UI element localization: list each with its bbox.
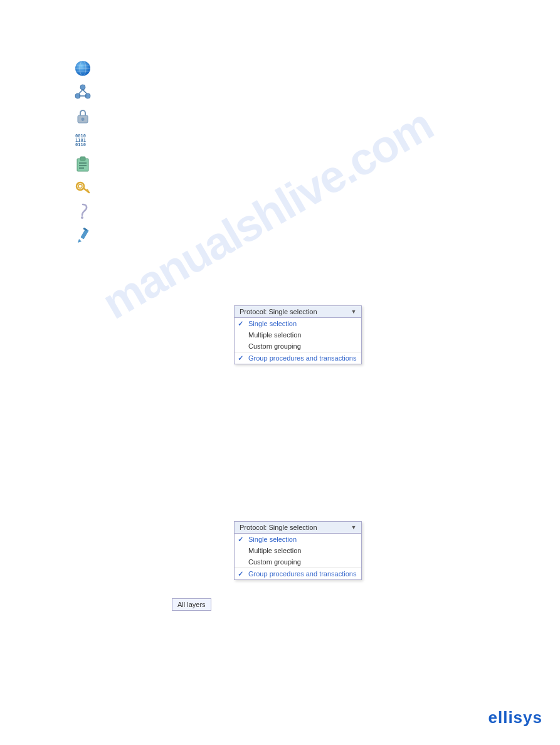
binary-icon[interactable]: 0010 1101 0110 xyxy=(74,131,92,149)
svg-point-27 xyxy=(81,216,83,219)
check-single-bottom: ✓ xyxy=(238,536,243,544)
svg-text:0110: 0110 xyxy=(75,142,86,147)
svg-line-8 xyxy=(79,90,83,93)
dropdown-item-group-bottom[interactable]: ✓ Group procedures and transactions xyxy=(235,568,361,579)
dropdown-item-custom-bottom[interactable]: Custom grouping xyxy=(235,556,361,568)
svg-point-22 xyxy=(77,182,84,190)
protocol-dropdown-top: Protocol: Single selection ▼ ✓ Single se… xyxy=(234,305,362,364)
svg-line-25 xyxy=(87,189,88,191)
lock-icon[interactable] xyxy=(74,107,92,125)
dropdown-header-label-bottom: Protocol: Single selection xyxy=(240,524,317,531)
dropdown-header-top[interactable]: Protocol: Single selection ▼ xyxy=(235,306,361,318)
svg-rect-28 xyxy=(80,229,88,240)
dropdown-item-single-bottom[interactable]: ✓ Single selection xyxy=(235,534,361,545)
globe-icon[interactable] xyxy=(74,60,92,77)
svg-line-26 xyxy=(88,191,89,192)
check-group-top: ✓ xyxy=(238,354,243,362)
all-layers-button[interactable]: All layers xyxy=(172,598,211,611)
protocol-dropdown-bottom: Protocol: Single selection ▼ ✓ Single se… xyxy=(234,521,362,580)
svg-line-9 xyxy=(83,90,87,93)
sidebar: 0010 1101 0110 xyxy=(74,60,92,244)
svg-marker-29 xyxy=(78,239,82,243)
svg-point-23 xyxy=(78,184,82,188)
check-single-top: ✓ xyxy=(238,320,243,328)
dropdown-item-single-top[interactable]: ✓ Single selection xyxy=(235,318,361,329)
dropdown-arrow-bottom: ▼ xyxy=(351,524,357,531)
dropdown-header-label-top: Protocol: Single selection xyxy=(240,308,317,315)
dropdown-item-custom-top[interactable]: Custom grouping xyxy=(235,341,361,352)
dropdown-header-bottom[interactable]: Protocol: Single selection ▼ xyxy=(235,522,361,534)
dropdown-item-multiple-top[interactable]: Multiple selection xyxy=(235,329,361,341)
dropdown-arrow-top: ▼ xyxy=(351,309,357,315)
clipboard-icon[interactable] xyxy=(74,155,92,172)
topology-icon[interactable] xyxy=(74,83,92,101)
svg-rect-18 xyxy=(80,157,85,161)
watermark: manualshlive.com xyxy=(93,98,441,329)
svg-point-5 xyxy=(80,85,85,90)
key-icon[interactable] xyxy=(74,179,92,196)
edit-icon[interactable] xyxy=(74,226,92,244)
svg-rect-13 xyxy=(82,119,83,121)
brand-logo: ellisys xyxy=(488,708,542,727)
dropdown-item-multiple-bottom[interactable]: Multiple selection xyxy=(235,545,361,556)
check-group-bottom: ✓ xyxy=(238,570,243,578)
hook-icon[interactable] xyxy=(74,203,92,220)
dropdown-item-group-top[interactable]: ✓ Group procedures and transactions xyxy=(235,352,361,364)
